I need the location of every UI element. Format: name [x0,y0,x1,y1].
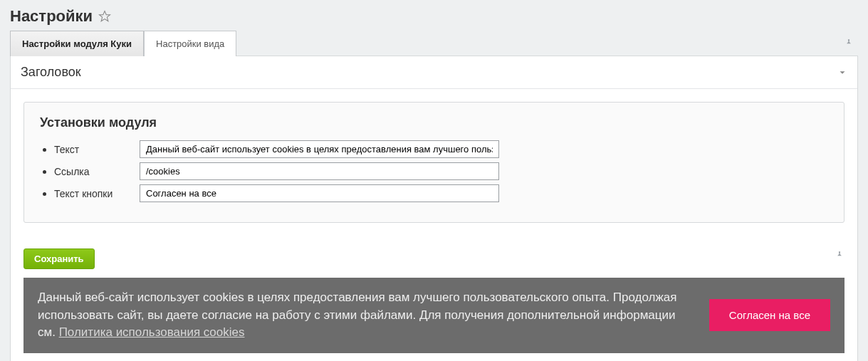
svg-marker-0 [100,11,110,21]
text-input[interactable] [140,140,499,158]
fieldset-title: Установки модуля [40,115,828,130]
field-row-link: Ссылка [54,162,828,180]
field-row-text: Текст [54,140,828,158]
save-button[interactable]: Сохранить [23,248,95,269]
chevron-down-icon [837,68,847,78]
module-settings-fieldset: Установки модуля Текст Ссылка Текст кноп… [23,102,845,223]
field-label: Текст [54,144,140,155]
section-title: Заголовок [21,65,81,80]
section-header[interactable]: Заголовок [11,56,857,89]
cookie-banner-text: Данный веб-сайт использует cookies в цел… [38,289,688,342]
pin-button-bottom[interactable] [835,250,845,263]
cookie-accept-label: Согласен на все [729,309,810,321]
cookie-policy-link[interactable]: Политика использования cookies [59,325,245,339]
tab-label: Настройки вида [156,38,224,49]
tab-cookies-settings[interactable]: Настройки модуля Куки [10,31,144,56]
page-header: Настройки [0,0,868,30]
field-label: Текст кнопки [54,188,140,199]
settings-panel: Заголовок Установки модуля Текст Ссылка [10,56,858,361]
page-title: Настройки [10,7,93,26]
actions-bar: Сохранить [11,240,857,269]
field-label: Ссылка [54,166,140,177]
field-row-button-text: Текст кнопки [54,184,828,202]
tabs: Настройки модуля Куки Настройки вида [0,30,868,56]
cookie-banner: Данный веб-сайт использует cookies в цел… [23,278,845,353]
star-icon[interactable] [98,10,111,23]
tab-label: Настройки модуля Куки [22,38,132,49]
cookie-accept-button[interactable]: Согласен на все [709,299,830,331]
pin-button-top[interactable] [844,30,858,56]
tab-view-settings[interactable]: Настройки вида [144,31,236,56]
button-text-input[interactable] [140,184,499,202]
save-button-label: Сохранить [34,253,84,264]
link-input[interactable] [140,162,499,180]
